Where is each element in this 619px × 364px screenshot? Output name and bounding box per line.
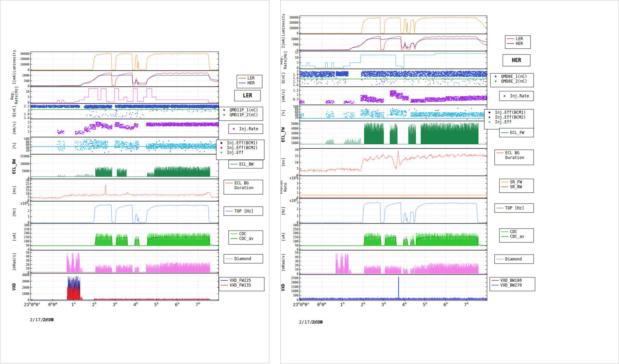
legend-diamond: Diamond: [495, 255, 534, 264]
legend-label: Inj.Eff(BCM2): [495, 115, 526, 120]
subplot-photon-rate: 01234PhotonRatex105: [281, 175, 487, 199]
y-tick-label: 250: [24, 228, 29, 231]
y-axis-label: Q[nC]: [12, 106, 16, 117]
y-tick-label: 15: [295, 154, 299, 158]
beam-background-monitor: 0100002000030000Luminosity05001000I[mA]0…: [0, 0, 619, 364]
axis-multiplier: x105: [290, 175, 298, 180]
y-tick-label: 1000: [291, 37, 299, 41]
subplot-cdc-current: 050100150200250300[uA]: [281, 223, 487, 251]
y-tick-label: 10000: [20, 63, 29, 66]
legend-vxd: VXD_FW225VXD_FW135: [219, 277, 264, 291]
subplot-beam-current: 05001000I[mA]: [12, 71, 219, 88]
y-tick-label: 2: [28, 109, 29, 112]
x-tick-label: 23h0m0s: [293, 302, 309, 307]
x-tick-label: 0h0m: [317, 302, 326, 307]
y-tick-label: 0.5: [293, 98, 299, 101]
legend-her-ring: HER: [503, 54, 530, 66]
y-tick-label: 15: [26, 189, 29, 192]
y-tick-label: 0: [28, 298, 29, 302]
right-monitor-window: 0100002000030000Luminosity05001000I[mA]0…: [280, 0, 619, 364]
subplot-ecl-bw: 050001000015000ECL_BW: [12, 154, 219, 180]
y-tick-label: 0: [297, 66, 299, 70]
y-tick-label: 1: [297, 191, 299, 195]
legend-label: Inj.Eff: [495, 120, 511, 124]
y-tick-label: 30000: [289, 16, 299, 19]
y-axis-label: Q[nC]: [281, 72, 286, 83]
subplot-injection-rate: 0.511.5[mA/s]: [281, 87, 487, 105]
y-tick-label: 200: [293, 231, 299, 235]
y-tick-label: 25: [26, 182, 29, 185]
subplot-ecl-fw: 10002000300040005000ECL_FW: [281, 121, 487, 148]
x-tick-label: 0h0m: [48, 302, 58, 307]
subplot-ecl-bg-duration: 051015202530[ms]: [12, 179, 219, 202]
y-axis-label: [uA]: [281, 232, 286, 242]
legend-qmd11p: QMD11P_1(nC)QMD11P_2(nC): [219, 107, 263, 121]
legend-label: SR_FW: [510, 180, 522, 184]
x-tick-label: 4h: [402, 302, 406, 307]
legend-inj-eff: Inj.Eff(BCM1)Inj.Eff(BCM2)Inj.Eff: [484, 109, 534, 129]
legend-sr: SR_FWSR_BW: [499, 179, 534, 193]
y-axis-label: VXD: [12, 283, 16, 291]
y-tick-label: 1000: [291, 289, 299, 293]
y-tick-label: 300: [293, 223, 299, 227]
y-tick-label: 1.9: [293, 73, 299, 76]
y-tick-label: 10000: [20, 162, 29, 166]
y-tick-label: 15000: [20, 155, 29, 158]
legend-label: HER: [247, 81, 255, 85]
y-tick-label: 4000: [22, 273, 29, 277]
y-axis-label: Luminosity: [12, 50, 16, 73]
subplot-luminosity: 0100002000030000Luminosity: [281, 13, 487, 36]
y-tick-label: 3000: [291, 132, 299, 135]
y-axis-label: [uA]: [12, 232, 16, 242]
subplot-injection-rate: 123[mA/s]: [12, 119, 219, 137]
y-tick-label: 0: [28, 101, 29, 104]
x-tick-label: 5h: [154, 302, 159, 307]
y-tick-label: 50: [26, 251, 29, 254]
legend-label: ECL_BW: [239, 162, 254, 167]
x-tick-label: 3h: [381, 302, 386, 307]
legend-ecl-bw: ECL_BW: [229, 160, 263, 168]
legend-label: LER: [243, 93, 252, 99]
legend-label: Duration: [505, 155, 524, 160]
axis-multiplier: x106: [21, 201, 28, 205]
y-tick-label: 10: [26, 90, 29, 93]
y-tick-label: 5000: [291, 122, 299, 125]
y-tick-label: 1000: [22, 74, 29, 77]
legend-top: TOP [Hz]: [495, 204, 534, 213]
y-axis-label: [mA/s]: [12, 121, 16, 135]
y-tick-label: 30: [26, 259, 29, 262]
legend-ecl-bg: ECL BGDuration: [495, 150, 534, 165]
y-tick-label: 1.8: [24, 112, 29, 116]
legend-ler-her: LERHER: [237, 75, 262, 88]
y-tick-label: 20: [295, 264, 299, 267]
legend-label: Inj.Eff(BCM1): [495, 110, 526, 115]
y-tick-label: 10: [295, 161, 299, 164]
y-tick-label: 20: [26, 149, 29, 152]
y-tick-label: 150: [293, 235, 299, 239]
legend-qmd8e: QMD8E_1(nC)QMD8E_2(nC): [490, 73, 534, 87]
y-tick-label: 20000: [20, 57, 29, 61]
legend-label: Inj.Eff(BCM2): [227, 145, 258, 150]
y-tick-label: 30000: [20, 52, 29, 56]
subplot-injection-efficiency: 20406080100[%]: [12, 137, 219, 154]
y-tick-label: 20: [26, 263, 29, 266]
y-tick-label: 1000: [22, 292, 29, 295]
y-tick-label: 2: [297, 70, 299, 73]
x-tick-label: 5h: [423, 302, 427, 307]
y-tick-label: 100: [293, 240, 299, 243]
y-tick-label: 1.5: [293, 89, 299, 92]
legend-label: CDC_av: [510, 234, 524, 239]
y-tick-label: 2000: [22, 286, 29, 289]
y-tick-label: 10: [26, 192, 29, 195]
legend-label: TOP [Hz]: [505, 206, 524, 210]
subplot-rep-rate: 0510Rep.Rate[Hz]: [10, 86, 219, 104]
y-tick-label: 40: [26, 146, 29, 149]
y-tick-label: 100: [24, 240, 29, 243]
y-tick-label: 10: [295, 268, 299, 271]
legend-label: Inj.Eff(BCM1): [227, 141, 258, 145]
legend-label: SR_BW: [510, 184, 522, 189]
y-tick-label: 5: [297, 167, 299, 170]
legend-label: TOP [Hz]: [234, 209, 253, 214]
y-tick-label: 150: [24, 235, 29, 239]
y-tick-label: 50: [295, 244, 299, 247]
